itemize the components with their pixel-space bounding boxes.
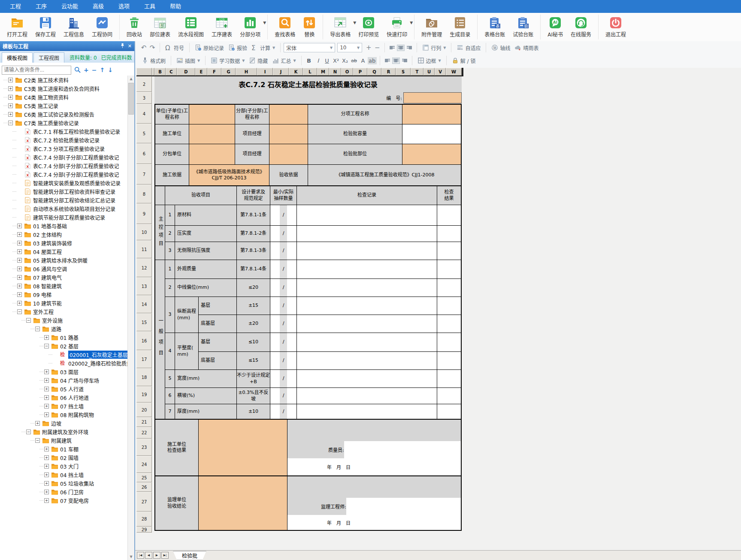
hide-button[interactable]: 隐藏 <box>247 56 270 65</box>
prev-sheet-button[interactable]: ◀ <box>145 552 152 559</box>
tree-expander-plus[interactable]: + <box>44 481 49 486</box>
result-cell[interactable] <box>437 315 461 333</box>
column-header-W[interactable]: W <box>446 68 462 76</box>
row-header-17[interactable]: 17 <box>136 350 152 368</box>
tree-expander-plus[interactable]: + <box>8 86 13 91</box>
info-input-cell[interactable] <box>189 144 235 165</box>
toolbar-button-catalog[interactable]: 生成目录 <box>446 15 474 39</box>
tree-item[interactable]: +C4类 施工物资资料 <box>0 93 128 101</box>
search-input[interactable] <box>2 66 71 75</box>
toolbar-button-quick-print[interactable]: 快速打印 ▼ <box>383 15 411 39</box>
column-header-F[interactable]: F <box>207 68 221 76</box>
row-header-29[interactable]: 29 <box>136 527 152 533</box>
redo-button[interactable]: ↷ <box>148 44 157 51</box>
toolbar-button-table-unit[interactable]: 部 部位建表 <box>146 15 174 39</box>
dropdown-caret-icon[interactable]: ▼ <box>197 59 200 63</box>
sample-cell[interactable] <box>270 226 280 242</box>
tree-item[interactable]: 检020002_路缘石检验批质量验 <box>0 359 128 367</box>
tree-expander-plus[interactable]: + <box>44 404 49 409</box>
tree-item[interactable]: +边坡 <box>0 419 128 427</box>
tree-expander-minus[interactable]: − <box>8 121 13 125</box>
toolbar-button-ledger-test[interactable]: 验 试验台账 <box>509 15 537 39</box>
sample-cell[interactable] <box>287 260 297 279</box>
sample-cell[interactable] <box>270 315 280 333</box>
tree-expander-plus[interactable]: + <box>17 275 22 280</box>
sample-value-cell[interactable]: / <box>280 297 287 315</box>
toolbar-button-ai[interactable]: AI AI秘书 <box>544 15 567 39</box>
sample-cell[interactable] <box>287 315 297 333</box>
toolbar-button-export-table[interactable]: 导出表格 ▼ <box>326 15 354 39</box>
tree-item[interactable]: +06 人行地道 <box>0 393 128 402</box>
sample-cell[interactable] <box>270 352 280 370</box>
record-cell[interactable] <box>297 242 437 260</box>
info-input-cell[interactable] <box>402 105 461 124</box>
tree-item[interactable]: +07 建筑电气 <box>0 273 128 282</box>
align-center-icon[interactable] <box>392 58 400 64</box>
tree-item[interactable]: +07 挡土墙 <box>0 402 128 410</box>
menu-item-5[interactable]: 选项 <box>111 0 137 13</box>
tree-item[interactable]: +04 屋面工程 <box>0 247 128 256</box>
dropdown-caret-icon[interactable]: ▼ <box>443 46 446 50</box>
sample-cell[interactable] <box>287 205 297 226</box>
row-header-28[interactable]: 28 <box>136 512 152 527</box>
toolbar-button-ledger-table[interactable]: 表 表格台账 <box>481 15 509 39</box>
row-header-22[interactable]: 22 <box>136 427 152 439</box>
format-bold-button[interactable]: B <box>305 57 314 64</box>
tree-item[interactable]: +03 大门 <box>0 462 128 470</box>
result-cell[interactable] <box>437 279 461 297</box>
column-header-I[interactable]: I <box>257 68 273 76</box>
tree-expander-minus[interactable]: − <box>35 438 40 443</box>
next-sheet-button[interactable]: ▶ <box>153 552 160 559</box>
signature-cell[interactable] <box>344 441 461 458</box>
format-italic-button[interactable]: I <box>314 57 323 64</box>
add-icon[interactable]: + <box>84 67 89 73</box>
info-input-cell[interactable] <box>189 124 235 144</box>
sample-value-cell[interactable]: / <box>280 242 287 260</box>
sample-cell[interactable] <box>287 388 297 404</box>
row-header-6[interactable]: 6 <box>136 143 152 164</box>
select-all-corner[interactable] <box>136 68 152 76</box>
tree-expander-plus[interactable]: + <box>35 421 40 426</box>
format-font-color-button[interactable]: A <box>359 57 368 64</box>
result-cell[interactable] <box>437 388 461 404</box>
font-plus-button[interactable]: + <box>364 44 373 51</box>
tree-expander-plus[interactable]: + <box>17 224 22 228</box>
date-cell[interactable]: 年 月 日 <box>287 515 461 530</box>
tree-item[interactable]: 智能建筑安装质量及观感质量验收记录 <box>0 179 128 187</box>
sample-cell[interactable] <box>270 388 280 404</box>
sample-cell[interactable] <box>270 279 280 297</box>
lock-button[interactable]: 解 / 锁 <box>450 56 478 65</box>
tree-item[interactable]: X表C.7.4 分部(子分部)工程质量验收记 <box>0 170 128 179</box>
tree-expander-plus[interactable]: + <box>17 284 22 288</box>
row-header-13[interactable]: 13 <box>136 277 152 295</box>
tree-item[interactable]: +C3类 施工进度和造价及合同资料 <box>0 84 128 93</box>
tree-item[interactable]: −室外设施 <box>0 316 128 324</box>
sample-cell[interactable] <box>270 370 280 388</box>
close-icon[interactable]: ✕ <box>128 43 132 49</box>
tree-item[interactable]: X表C.7.4 分部(子分部)工程质量验收记 <box>0 161 128 170</box>
align-middle-icon[interactable] <box>397 45 405 51</box>
omega-button[interactable]: Ω符号 <box>163 43 186 52</box>
info-input-cell[interactable] <box>269 105 308 124</box>
column-header-G[interactable]: G <box>221 68 236 76</box>
menu-item-7[interactable]: 帮助 <box>163 0 188 13</box>
row-header-18[interactable]: 18 <box>136 368 152 386</box>
tree-item[interactable]: +04 广场与停车场 <box>0 376 128 384</box>
toolbar-button-service[interactable]: 在线服务 <box>567 15 595 39</box>
tree-item[interactable]: −室外工程 <box>0 307 128 316</box>
record-cell[interactable] <box>297 260 437 279</box>
learn-button[interactable]: 学习数据▼ <box>209 56 247 65</box>
sample-cell[interactable] <box>287 226 297 242</box>
row-header-8[interactable]: 8 <box>136 185 152 203</box>
tree-item[interactable]: +03 建筑装饰装修 <box>0 239 128 247</box>
row-header-12[interactable]: 12 <box>136 258 152 277</box>
record-cell[interactable] <box>297 297 437 315</box>
sample-value-cell[interactable]: / <box>280 279 287 297</box>
axis-button[interactable]: 轴轴线 <box>489 43 512 52</box>
image-button[interactable]: 插图▼ <box>174 56 202 65</box>
tree-item[interactable]: +08 智能建筑 <box>0 282 128 290</box>
sample-value-cell[interactable]: / <box>280 260 287 279</box>
format-strikethrough-button[interactable]: ab <box>350 58 359 64</box>
column-header-C[interactable]: C <box>166 68 177 76</box>
tree-expander-minus[interactable]: − <box>26 430 31 434</box>
